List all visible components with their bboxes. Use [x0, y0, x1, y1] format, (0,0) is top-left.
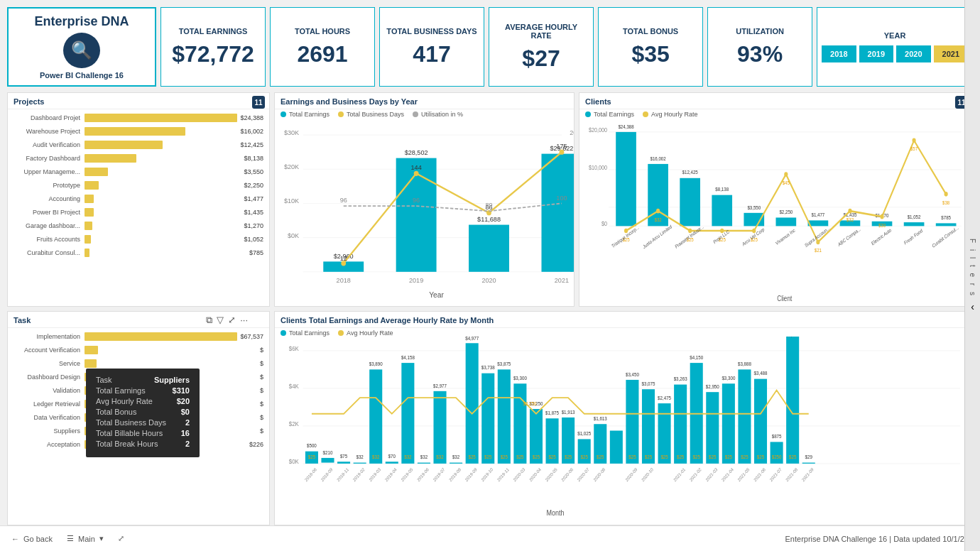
earnings-svg: $30K $20K $10K $0K 200 150 100 50 0	[275, 118, 574, 306]
project-bar-row[interactable]: Curabitur Consul... $785	[13, 247, 263, 258]
svg-text:2019-09: 2019-09	[464, 467, 478, 483]
kpi-total-hours: Total Hours 2691	[270, 7, 375, 87]
logo-circle: 🔍	[63, 33, 100, 68]
project-bar	[85, 127, 185, 136]
svg-text:$1,052: $1,052	[908, 214, 921, 220]
legend-monthly-rate-dot	[338, 330, 344, 336]
task-bar-row[interactable]: Implementation $67,537	[13, 331, 263, 342]
task-label: Acceptation	[13, 441, 85, 448]
project-bar-row[interactable]: Factory Dashboard $8,138	[13, 153, 263, 164]
svg-text:$3,890: $3,890	[369, 361, 383, 367]
svg-text:$10,000: $10,000	[589, 164, 607, 171]
project-bar	[85, 154, 136, 163]
year-btn-2019[interactable]: 2019	[859, 45, 893, 62]
svg-text:2020-06: 2020-06	[560, 467, 575, 483]
kpi-business-days-value: 417	[413, 41, 450, 67]
svg-text:144: 144	[411, 164, 422, 171]
filter-icon[interactable]: ▽	[217, 315, 224, 326]
main-nav[interactable]: ☰ Main ▾	[67, 534, 104, 543]
svg-text:$25: $25	[501, 454, 508, 460]
expand-icon[interactable]: ⤢	[228, 315, 236, 326]
go-back-button[interactable]: ← Go back	[11, 535, 53, 543]
svg-text:2020-08: 2020-08	[592, 467, 606, 483]
clients-chart-area: $20,000 $10,000 $0 $60 $50 $40 $30 $20	[579, 118, 972, 306]
tooltip-billable-val: 16	[181, 429, 190, 437]
svg-text:$3,875: $3,875	[497, 361, 511, 367]
tooltip-bonus-row: Total Bonus $0	[96, 408, 190, 416]
legend-client-rate-dot	[643, 111, 648, 117]
svg-text:$30K: $30K	[284, 129, 300, 136]
svg-text:2019-07: 2019-07	[432, 467, 446, 483]
more-icon[interactable]: ···	[240, 315, 248, 326]
svg-text:2018: 2018	[337, 277, 351, 284]
bar-2020[interactable]	[469, 225, 509, 272]
year-btn-2020[interactable]: 2020	[896, 45, 930, 62]
svg-text:$2,475: $2,475	[658, 395, 671, 400]
svg-text:200: 200	[570, 129, 574, 136]
svg-text:$32: $32	[654, 217, 661, 223]
project-bar-row[interactable]: Dashboard Projet $24,388	[13, 112, 263, 124]
svg-text:$25: $25	[597, 454, 604, 460]
expand-button[interactable]: ⤢	[118, 534, 124, 543]
project-bar-row[interactable]: Warehouse Project $16,002	[13, 126, 263, 137]
svg-text:$25: $25	[757, 454, 765, 460]
logo-title: Enterprise DNA	[34, 14, 129, 30]
task-bar-row[interactable]: Account Verification $	[13, 344, 263, 356]
year-btn-2018[interactable]: 2018	[822, 45, 856, 62]
main-label: Main	[78, 535, 95, 543]
svg-text:$29: $29	[805, 454, 813, 460]
project-bar-row[interactable]: Power BI Project $1,435	[13, 207, 263, 218]
svg-text:$25: $25	[308, 454, 316, 460]
tooltip-rate-val: $20	[177, 397, 190, 405]
svg-text:2020-05: 2020-05	[544, 467, 558, 483]
svg-text:$1,477: $1,477	[812, 212, 825, 218]
project-bar-row[interactable]: Accounting $1,477	[13, 193, 263, 204]
bottom-row: Task ⧉ ▽ ⤢ ··· Implementation $67,537 Ac…	[7, 311, 973, 525]
project-bar-row[interactable]: Audit Verification $12,425	[13, 139, 263, 151]
tooltip-rate-key: Avg Hourly Rate	[96, 397, 153, 405]
filters-panel[interactable]: F i l t e r s ‹	[964, 0, 980, 551]
svg-rect-134	[498, 369, 511, 464]
project-bar-row[interactable]: Fruits Accounts $1,052	[13, 234, 263, 245]
legend-monthly-rate: Avg Hourly Rate	[338, 329, 393, 337]
task-bar-row[interactable]: Service $	[13, 358, 263, 369]
legend-monthly-earnings-dot	[281, 330, 286, 336]
svg-rect-122	[401, 363, 414, 464]
task-bar	[85, 346, 98, 354]
task-label: Implementation	[13, 333, 85, 340]
svg-text:2021-02: 2021-02	[689, 467, 703, 483]
project-value: $3,550	[244, 168, 263, 175]
svg-text:Fresh Food: Fresh Food	[903, 227, 923, 246]
project-value: $1,477	[244, 195, 263, 202]
year-btn-2021[interactable]: 2021	[934, 45, 968, 62]
project-bar-row[interactable]: Garage dashboar... $1,270	[13, 220, 263, 231]
svg-text:$1,613: $1,613	[594, 415, 607, 421]
svg-text:96: 96	[340, 197, 347, 204]
project-bar-row[interactable]: Upper Manageme... $3,550	[13, 166, 263, 178]
legend-client-rate-label: Avg Hourly Rate	[651, 111, 697, 118]
svg-text:$250: $250	[772, 454, 782, 460]
year-buttons: 2018 2019 2020 2021	[822, 45, 968, 62]
filters-label: F i l t e r s	[969, 239, 976, 298]
svg-text:$25: $25	[484, 454, 492, 460]
svg-rect-159	[706, 392, 719, 464]
project-value: $1,435	[244, 209, 263, 216]
task-value: $226	[249, 441, 263, 448]
legend-client-earnings-dot	[585, 111, 591, 117]
projects-panel: Projects 11 Dashboard Projet $24,388 War…	[7, 92, 270, 307]
year-selector[interactable]: Year 2018 2019 2020 2021	[817, 7, 973, 87]
copy-icon[interactable]: ⧉	[206, 315, 212, 326]
tooltip-task-row: Task Suppliers	[96, 376, 190, 384]
year-label: Year	[884, 31, 906, 40]
svg-text:$24,388: $24,388	[618, 124, 633, 130]
svg-text:$3,738: $3,738	[481, 365, 495, 371]
project-label: Warehouse Project	[13, 128, 85, 135]
monthly-panel: Clients Total Earnings and Average Hourl…	[274, 311, 973, 525]
project-bar-row[interactable]: Prototype $2,250	[13, 180, 263, 191]
monthly-svg: $6K $4K $2K $0K $60 $40 $20	[275, 337, 972, 525]
kpi-business-days-label: Total Business Days	[386, 27, 477, 36]
tooltip-bd-val: 2	[185, 418, 190, 427]
project-label: Upper Manageme...	[13, 168, 85, 175]
bar-2021[interactable]	[541, 154, 574, 272]
svg-text:Electric Auto: Electric Auto	[871, 227, 892, 246]
